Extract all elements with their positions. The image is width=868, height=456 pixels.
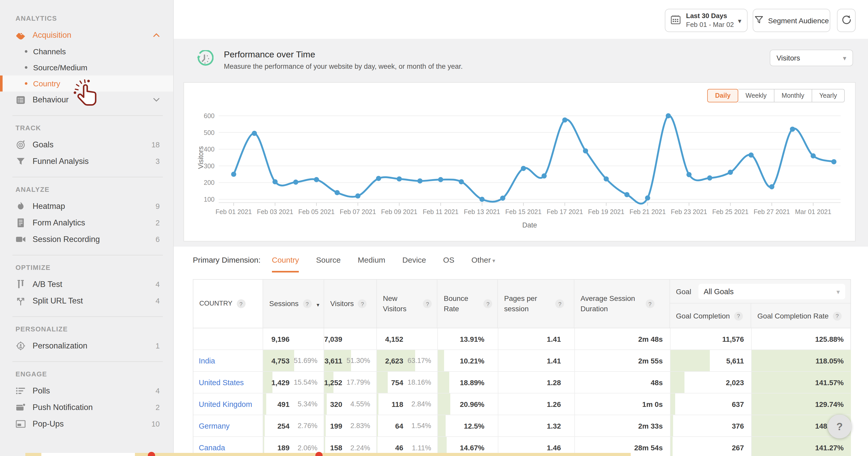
country-link[interactable]: United States (199, 378, 244, 387)
tab-daily[interactable]: Daily (708, 89, 739, 102)
dimension-tab-device[interactable]: Device (402, 255, 426, 271)
country-link[interactable]: India (199, 357, 215, 365)
sidebar-item-push-notification[interactable]: Push Notification 2 (0, 399, 173, 416)
svg-text:400: 400 (204, 146, 215, 153)
person-target-icon (16, 341, 26, 351)
column-header-visitors[interactable]: Visitors (323, 280, 376, 328)
dimension-tab-country[interactable]: Country (272, 255, 299, 272)
sort-desc-icon[interactable] (316, 300, 320, 308)
svg-text:Feb 13 2021: Feb 13 2021 (464, 208, 500, 215)
sidebar-item-label: Funnel Analysis (33, 157, 156, 166)
sidebar-item-split-url-test[interactable]: Split URL Test 4 (0, 293, 173, 309)
table-row: United States 1,42915.54% 1,25217.79% 75… (193, 372, 850, 393)
refresh-icon (841, 14, 851, 27)
help-icon[interactable] (303, 299, 311, 308)
svg-text:Feb 03 2021: Feb 03 2021 (257, 208, 293, 215)
svg-text:500: 500 (204, 129, 215, 136)
count-badge: 1 (156, 342, 160, 350)
country-link[interactable]: Canada (199, 444, 225, 452)
sidebar-item-personalization[interactable]: Personalization 1 (0, 338, 173, 354)
help-icon[interactable] (734, 311, 743, 320)
country-link[interactable]: Germany (199, 422, 229, 430)
column-header-avg-session-duration[interactable]: Average Session Duration (574, 280, 669, 328)
sidebar-item-acquisition[interactable]: Acquisition (0, 27, 173, 43)
sidebar-item-source-medium[interactable]: Source/Medium (0, 59, 173, 75)
refresh-button[interactable] (837, 9, 856, 32)
dimension-tab-other[interactable]: Other (471, 255, 495, 271)
svg-text:Feb 15 2021: Feb 15 2021 (505, 208, 541, 215)
tab-yearly[interactable]: Yearly (812, 89, 845, 102)
svg-text:Feb 27 2021: Feb 27 2021 (754, 208, 790, 215)
sidebar-item-funnel-analysis[interactable]: Funnel Analysis 3 (0, 153, 173, 170)
column-header-goal-completion[interactable]: Goal Completion (670, 303, 751, 328)
chevron-up-icon[interactable] (153, 33, 160, 37)
sidebar-item-behaviour[interactable]: Behaviour (0, 92, 173, 108)
count-badge: 2 (156, 403, 160, 412)
goal-completion-cell: 376 (670, 415, 751, 436)
sidebar-item-label: Push Notification (33, 403, 156, 412)
sidebar-section-personalize: PERSONALIZE (16, 324, 173, 335)
sidebar-item-form-analytics[interactable]: Form Analytics 2 (0, 215, 173, 231)
visitors-line-chart[interactable]: 100200300400500600Feb 01 2021Feb 03 2021… (197, 104, 854, 239)
sidebar-item-channels[interactable]: Channels (0, 43, 173, 59)
sidebar-item-goals[interactable]: Goals 18 (0, 136, 173, 153)
segment-audience-button[interactable]: Segment Audience (753, 9, 830, 32)
sidebar-item-pop-ups[interactable]: Pop-Ups 10 (0, 416, 173, 432)
metric-selector[interactable]: Visitors (770, 50, 853, 66)
count-badge: 10 (152, 420, 160, 428)
country-link[interactable]: United Kingdom (199, 400, 252, 408)
goal-completion-cell: 5,611 (670, 350, 751, 371)
visitors-cell: 3204.55% (323, 393, 376, 415)
svg-text:Feb 11 2021: Feb 11 2021 (423, 208, 459, 215)
help-icon[interactable] (646, 299, 654, 308)
tab-monthly[interactable]: Monthly (774, 89, 812, 102)
date-range-text: Last 30 Days Feb 01 - Mar 02 (686, 12, 734, 29)
help-icon[interactable] (358, 299, 367, 308)
date-range-button[interactable]: Last 30 Days Feb 01 - Mar 02 (665, 9, 748, 32)
help-fab-button[interactable]: ? (828, 415, 851, 438)
svg-text:Feb 21 2021: Feb 21 2021 (629, 208, 665, 215)
help-icon[interactable] (237, 299, 245, 308)
goal-rate-cell: 129.74% (751, 393, 851, 415)
chevron-down-icon[interactable] (153, 98, 160, 102)
svg-text:Visitors: Visitors (197, 146, 205, 169)
country-cell: Germany (193, 415, 262, 436)
goal-label: Goal (676, 287, 691, 296)
goal-rate-cell: 141.27% (751, 437, 851, 456)
column-header-new-visitors[interactable]: New Visitors (376, 280, 437, 328)
column-header-goal-completion-rate[interactable]: Goal Completion Rate (751, 303, 850, 328)
sidebar-item-country[interactable]: Country (0, 75, 173, 92)
tab-weekly[interactable]: Weekly (738, 89, 774, 102)
column-header-sessions[interactable]: Sessions (262, 280, 323, 328)
pages-cell: 1.28 (498, 372, 575, 393)
count-badge: 18 (152, 141, 160, 149)
goal-rate-cell: 141.57% (751, 372, 851, 393)
sidebar-item-polls[interactable]: Polls 4 (0, 383, 173, 399)
sidebar-item-ab-test[interactable]: A/B Test 4 (0, 276, 173, 293)
count-badge: 4 (156, 387, 160, 395)
help-icon[interactable] (423, 299, 432, 308)
column-header-bounce-rate[interactable]: Bounce Rate (437, 280, 498, 328)
goal-selector[interactable]: All Goals (699, 283, 845, 299)
sidebar-item-session-recording[interactable]: Session Recording 6 (0, 231, 173, 248)
dimension-tab-medium[interactable]: Medium (358, 255, 385, 271)
goal-selector-value: All Goals (704, 287, 734, 296)
document-icon (16, 218, 26, 228)
sidebar-item-heatmap[interactable]: Heatmap 9 (0, 198, 173, 215)
help-icon[interactable] (556, 299, 564, 308)
help-icon[interactable] (484, 299, 492, 308)
dimension-tab-source[interactable]: Source (316, 255, 341, 271)
performance-banner: Performance over Time Measure the perfor… (184, 39, 856, 81)
popup-window-icon (16, 419, 26, 429)
video-camera-icon (16, 234, 26, 245)
dimension-tab-os[interactable]: OS (443, 255, 454, 271)
count-badge: 4 (156, 297, 160, 305)
sessions-cell: 2542.76% (262, 415, 323, 436)
help-icon[interactable] (833, 311, 842, 320)
country-table: COUNTRY Sessions Visitors New Visitors B… (193, 279, 851, 456)
svg-text:200: 200 (204, 179, 215, 186)
list-icon (16, 95, 26, 105)
column-header-pages-per-session[interactable]: Pages per session (497, 280, 574, 328)
sidebar-item-label: Behaviour (33, 95, 153, 104)
column-header-country[interactable]: COUNTRY (193, 280, 262, 328)
